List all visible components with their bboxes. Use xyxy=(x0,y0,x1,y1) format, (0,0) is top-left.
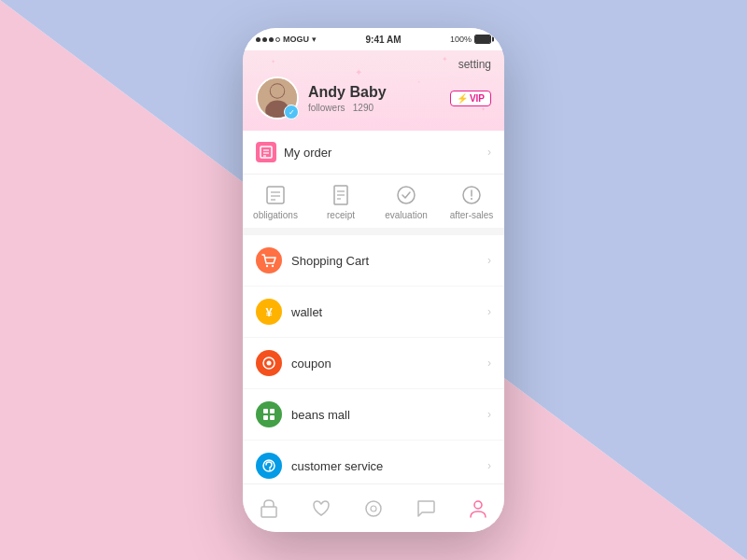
battery-fill xyxy=(475,35,490,43)
receipt-label: receipt xyxy=(327,210,355,220)
my-order-row[interactable]: My order › xyxy=(243,131,504,175)
svg-point-3 xyxy=(271,84,285,98)
nav-shop[interactable] xyxy=(243,498,295,519)
shopping-cart-label: Shopping Cart xyxy=(291,254,369,268)
vip-label: VIP xyxy=(470,93,485,104)
svg-point-32 xyxy=(371,506,376,511)
dot4 xyxy=(275,37,280,42)
main-content: My order › obligations xyxy=(243,131,504,487)
coupon-chevron: › xyxy=(487,357,491,370)
nav-explore[interactable] xyxy=(347,498,400,519)
battery-icon xyxy=(474,35,491,44)
after-sales-icon xyxy=(460,184,483,206)
wallet-icon: ¥ xyxy=(265,305,272,319)
followers-row: followers 1290 xyxy=(308,103,441,113)
menu-item-coupon[interactable]: coupon › xyxy=(243,338,504,389)
receipt-svg xyxy=(331,185,351,205)
shopping-cart-chevron: › xyxy=(487,254,491,267)
shopping-cart-left: Shopping Cart xyxy=(256,247,369,273)
customer-service-label: customer service xyxy=(291,459,383,473)
svg-rect-26 xyxy=(263,415,268,420)
bottom-nav xyxy=(243,483,504,532)
tab-receipt[interactable]: receipt xyxy=(308,184,374,220)
carrier-label: MOGU xyxy=(283,35,309,44)
vip-slash: ⚡ xyxy=(457,93,468,104)
menu-item-wallet[interactable]: ¥ wallet › xyxy=(243,287,504,338)
receipt-icon xyxy=(330,184,352,206)
svg-rect-30 xyxy=(261,507,276,517)
wallet-label: wallet xyxy=(291,305,322,319)
nav-chat[interactable] xyxy=(400,498,452,519)
tab-evaluation[interactable]: evaluation xyxy=(374,184,439,220)
my-order-icon xyxy=(256,142,276,162)
verified-badge: ✓ xyxy=(284,105,299,119)
svg-point-20 xyxy=(266,265,268,267)
profile-header: ✦ ✦ ✦ ✦ ● ● setting ✓ xyxy=(243,50,504,131)
my-order-left: My order xyxy=(256,142,331,162)
wifi-icon: ▾ xyxy=(312,35,317,44)
menu-item-shopping-cart[interactable]: Shopping Cart › xyxy=(243,235,504,287)
menu-item-beans-mall[interactable]: beans mall › xyxy=(243,389,504,441)
vip-badge[interactable]: ⚡ VIP xyxy=(450,91,491,106)
customer-service-left: customer service xyxy=(256,453,383,479)
svg-rect-27 xyxy=(270,415,275,420)
shopping-cart-icon xyxy=(261,253,276,268)
svg-rect-24 xyxy=(263,409,268,413)
svg-rect-8 xyxy=(267,187,284,203)
coupon-label: coupon xyxy=(291,357,331,371)
profile-icon xyxy=(468,498,488,519)
svg-point-33 xyxy=(474,501,482,509)
coupon-left: coupon xyxy=(256,350,331,376)
avatar-wrap[interactable]: ✓ xyxy=(256,77,299,119)
evaluation-label: evaluation xyxy=(385,210,428,220)
deco4: ✦ xyxy=(481,105,486,112)
svg-point-31 xyxy=(366,501,381,516)
phone-frame: MOGU ▾ 9:41 AM 100% ✦ ✦ ✦ ✦ ● ● setting xyxy=(243,28,504,532)
profile-name: Andy Baby xyxy=(308,84,441,101)
deco3: ✦ xyxy=(442,55,448,63)
beans-mall-left: beans mall xyxy=(256,401,350,427)
battery-percent: 100% xyxy=(450,35,472,44)
battery-area: 100% xyxy=(450,35,491,44)
coupon-icon-circle xyxy=(256,350,282,376)
deco2: ✦ xyxy=(355,67,362,77)
order-tabs: obligations receipt xyxy=(243,175,504,228)
svg-rect-25 xyxy=(270,409,275,413)
status-bar: MOGU ▾ 9:41 AM 100% xyxy=(243,28,504,50)
menu-item-customer-service[interactable]: customer service › xyxy=(243,441,504,487)
obligations-icon xyxy=(264,184,287,206)
clock: 9:41 AM xyxy=(365,35,401,45)
customer-service-icon xyxy=(261,458,276,473)
svg-point-29 xyxy=(269,469,271,471)
profile-text: Andy Baby followers 1290 xyxy=(308,84,441,113)
tab-obligations[interactable]: obligations xyxy=(243,184,308,220)
setting-label[interactable]: setting xyxy=(458,58,491,71)
chat-icon xyxy=(416,498,436,519)
beans-mall-icon xyxy=(261,407,276,422)
evaluation-icon xyxy=(395,184,417,206)
svg-point-16 xyxy=(398,187,415,203)
wallet-chevron: › xyxy=(487,305,491,318)
wallet-left: ¥ wallet xyxy=(256,299,322,325)
coupon-icon xyxy=(261,356,276,371)
customer-service-chevron: › xyxy=(487,459,491,472)
svg-point-19 xyxy=(471,198,472,200)
dot1 xyxy=(256,37,261,42)
tab-after-sales[interactable]: after-sales xyxy=(439,184,504,220)
favorite-icon xyxy=(311,498,331,519)
dot3 xyxy=(269,37,274,42)
followers-count: 1290 xyxy=(353,103,374,113)
deco1: ✦ xyxy=(271,58,275,64)
obligations-label: obligations xyxy=(253,210,298,220)
shop-icon xyxy=(259,498,279,519)
beans-mall-label: beans mall xyxy=(291,408,350,422)
profile-info: ✓ Andy Baby followers 1290 ⚡ VIP xyxy=(256,77,491,119)
dot2 xyxy=(262,37,267,42)
wallet-icon-circle: ¥ xyxy=(256,299,282,325)
nav-favorite[interactable] xyxy=(295,498,347,519)
followers-label: followers xyxy=(308,103,345,113)
menu-list: Shopping Cart › ¥ wallet › xyxy=(243,235,504,487)
deco6: ● xyxy=(417,78,420,84)
nav-profile[interactable] xyxy=(452,498,504,519)
svg-point-21 xyxy=(272,265,274,267)
